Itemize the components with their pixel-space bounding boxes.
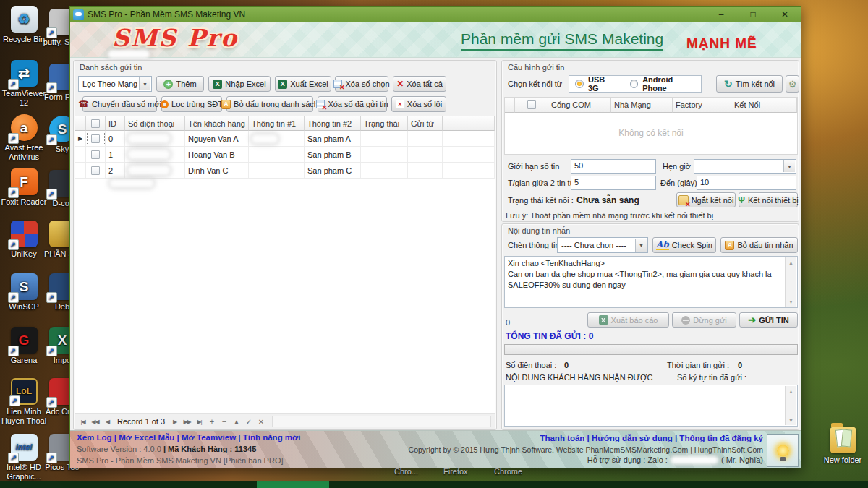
delete-selected-button[interactable]: ✕ Xóa số chọn bbox=[335, 76, 388, 92]
column-header-info1[interactable]: Thông tin #1 bbox=[249, 116, 305, 131]
connect-device-button[interactable]: Ψ Kết nối thiết bị bbox=[739, 192, 798, 207]
nav-add-button[interactable]: + bbox=[206, 416, 217, 427]
check-spin-button[interactable]: Ab Check Spin bbox=[652, 237, 716, 253]
table-row[interactable]: ▶ 0 Nguyen Van A San pham A bbox=[75, 131, 495, 147]
nav-last-button[interactable]: ▶| bbox=[194, 416, 205, 427]
column-header-customer[interactable]: Tên khách hàng bbox=[185, 116, 249, 131]
android-phone-radio[interactable] bbox=[630, 80, 638, 88]
scroll-down-icon[interactable]: ▼ bbox=[786, 296, 796, 307]
excel-icon: X bbox=[213, 80, 222, 89]
row-checkbox[interactable] bbox=[91, 166, 100, 175]
column-header-phone[interactable]: Số điện thoại bbox=[125, 116, 185, 131]
settings-button[interactable]: ⚙ bbox=[786, 75, 799, 93]
delete-all-button[interactable]: ✕ Xóa tất cả bbox=[393, 76, 446, 92]
footer-left-links: Xem Log | Mở Excel Mẫu | Mở Teamview | T… bbox=[77, 433, 300, 442]
shortcut-arrow-icon: ↗ bbox=[8, 292, 19, 303]
screen: ♻ Recycle Bin ⇄↗ TeamViewer 12 a↗ Avast … bbox=[0, 0, 868, 488]
column-header-sent-from[interactable]: Gửi từ bbox=[408, 116, 443, 131]
row-checkbox[interactable] bbox=[91, 134, 100, 143]
import-excel-button[interactable]: X Nhập Excel bbox=[208, 76, 271, 92]
open-teamviewer-link[interactable]: Mở Teamview bbox=[182, 433, 236, 442]
maximize-button[interactable]: □ bbox=[737, 7, 769, 22]
limit-input[interactable]: 50 bbox=[571, 159, 656, 174]
nav-edit-button[interactable]: ▲ bbox=[231, 416, 242, 427]
select-all-checkbox[interactable] bbox=[527, 100, 536, 109]
shortcut-arrow-icon: ↗ bbox=[46, 346, 57, 356]
network-filter-dropdown[interactable]: Lọc Theo Mạng ▼ bbox=[78, 76, 152, 92]
scroll-down-icon[interactable]: ▼ bbox=[786, 415, 796, 425]
app-edition-line: SMS Pro - Phần Mềm SMS Maketing VN [Phiê… bbox=[77, 456, 284, 465]
error-x-icon: × bbox=[396, 100, 404, 108]
nav-first-button[interactable]: |◀ bbox=[77, 416, 88, 427]
tips-button[interactable] bbox=[767, 434, 799, 467]
accent-a-icon: A bbox=[221, 100, 231, 109]
title-bar[interactable]: SMS Pro - Phần Mềm SMS Maketing VN – □ ✕ bbox=[70, 7, 801, 22]
nav-next-button[interactable]: ▶ bbox=[169, 416, 180, 427]
remove-accents-list-button[interactable]: A Bỏ dấu trong danh sách bbox=[226, 96, 313, 112]
nav-cancel-button[interactable]: ✕ bbox=[255, 416, 266, 427]
stop-sending-button[interactable]: Dừng gửi bbox=[672, 312, 736, 328]
column-header-carrier[interactable]: Nhà Mạng bbox=[611, 98, 673, 113]
nav-ok-button[interactable]: ✓ bbox=[243, 416, 254, 427]
disconnect-button[interactable]: ✕ Ngắt kết nối bbox=[676, 192, 736, 207]
export-report-button[interactable]: X Xuất báo cáo bbox=[587, 312, 669, 328]
add-button[interactable]: + Thêm bbox=[156, 76, 204, 92]
table-row[interactable]: 2 Dinh Van C San pham C bbox=[75, 163, 495, 179]
nav-remove-button[interactable]: − bbox=[218, 416, 229, 427]
column-header-info2[interactable]: Thông tin #2 bbox=[305, 116, 361, 131]
user-guide-link[interactable]: Hướng dẫn sử dụng bbox=[592, 434, 673, 442]
cell-customer: Dinh Van C bbox=[185, 163, 249, 178]
cell-sent-from bbox=[408, 147, 443, 162]
footer-bar: Xem Log | Mở Excel Mẫu | Mở Teamview | T… bbox=[70, 430, 801, 468]
vertical-scrollbar[interactable]: ▲ ▼ bbox=[785, 386, 796, 425]
nav-next-page-button[interactable]: ▶▶ bbox=[182, 416, 192, 427]
insert-info-dropdown[interactable]: ---- Chưa chọn ---- ▼ bbox=[557, 237, 648, 253]
panel-title: Danh sách gửi tin bbox=[80, 63, 142, 72]
message-textarea[interactable]: Xin chao <TenKhachHang> Can on ban da gh… bbox=[504, 256, 798, 308]
horizontal-scrollbar[interactable] bbox=[272, 416, 491, 427]
schedule-dropdown[interactable]: ▼ bbox=[694, 159, 796, 174]
winscp-icon: S↗ bbox=[11, 273, 38, 300]
delete-sent-button[interactable]: ✕ Xóa số đã gửi tin bbox=[318, 96, 387, 112]
customer-code-value: 11345 bbox=[234, 445, 256, 453]
view-log-link[interactable]: Xem Log bbox=[77, 433, 112, 442]
row-checkbox[interactable] bbox=[91, 150, 100, 159]
open-excel-template-link[interactable]: Mở Excel Mẫu bbox=[119, 433, 174, 442]
send-config-panel: Cấu hình gửi tin Chọn kết nối từ USB 3G … bbox=[501, 60, 799, 222]
interval-from-input[interactable]: 5 bbox=[571, 176, 656, 190]
payment-link[interactable]: Thanh toán bbox=[540, 434, 584, 442]
table-row[interactable]: 1 Hoang Van B San pham B bbox=[75, 147, 495, 163]
export-excel-button[interactable]: X Xuất Excel bbox=[275, 76, 331, 92]
remove-accents-message-button[interactable]: A Bỏ dấu tin nhắn bbox=[720, 237, 798, 253]
vertical-scrollbar[interactable]: ▲ ▼ bbox=[785, 257, 796, 307]
network-filter-value: Lọc Theo Mạng bbox=[82, 80, 137, 88]
message-content-panel: Nội dung tin nhắn Chèn thông tin ---- Ch… bbox=[501, 223, 799, 430]
column-header-com-port[interactable]: Cổng COM bbox=[548, 98, 611, 113]
column-header-connect[interactable]: Kết Nối bbox=[731, 98, 797, 113]
column-header-factory[interactable]: Factory bbox=[673, 98, 731, 113]
nav-prev-page-button[interactable]: ◀◀ bbox=[90, 416, 101, 427]
registration-info-link[interactable]: Thông tin đã đăng ký bbox=[679, 434, 763, 442]
received-preview-box[interactable]: ▲ ▼ bbox=[504, 385, 798, 427]
support-label: Hỗ trợ sử dụng : Zalo : bbox=[587, 455, 668, 464]
column-header-id[interactable]: ID bbox=[106, 116, 125, 131]
select-all-checkbox[interactable] bbox=[91, 119, 100, 128]
convert-prefix-button[interactable]: ☎ Chuyển đầu số mới bbox=[82, 96, 157, 112]
minimize-button[interactable]: – bbox=[705, 7, 737, 22]
usb-3g-radio[interactable] bbox=[575, 80, 584, 88]
header-banner: SMS Pro Phần mềm gửi SMS Maketing MẠNH M… bbox=[70, 22, 801, 58]
nav-prev-button[interactable]: ◀ bbox=[102, 416, 113, 427]
scroll-up-icon[interactable]: ▲ bbox=[786, 257, 796, 267]
taskbar[interactable] bbox=[0, 481, 868, 488]
filter-duplicates-button[interactable]: Lọc trùng SĐT bbox=[161, 96, 222, 112]
new-features-link[interactable]: Tính năng mới bbox=[243, 433, 301, 442]
close-button[interactable]: ✕ bbox=[769, 7, 801, 22]
column-header-status[interactable]: Trạng thái bbox=[361, 116, 408, 131]
delete-errors-button[interactable]: × Xóa số lỗi bbox=[391, 96, 446, 112]
find-connection-button[interactable]: ↻ Tìm kết nối bbox=[716, 75, 783, 93]
scroll-up-icon[interactable]: ▲ bbox=[786, 386, 796, 396]
interval-to-input[interactable]: 10 bbox=[697, 176, 796, 190]
send-message-button[interactable]: ➔ GỬI TIN bbox=[739, 312, 798, 328]
desktop-icon-new-folder[interactable]: New folder bbox=[817, 427, 868, 465]
cell-info2: San pham B bbox=[305, 147, 361, 162]
